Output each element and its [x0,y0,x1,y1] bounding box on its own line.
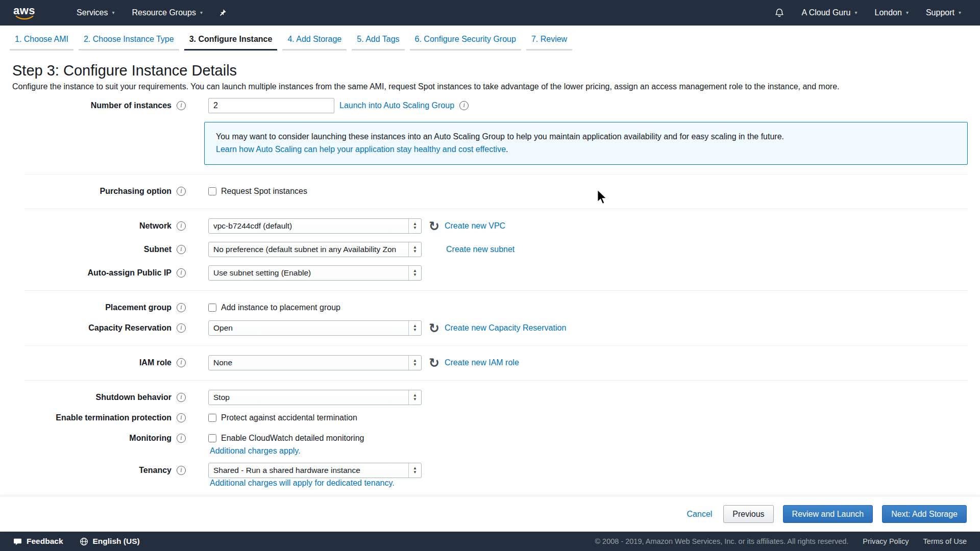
chevron-down-icon: ▾ [200,10,203,15]
section-divider [24,380,968,381]
subnet-label: Subnet [144,245,172,254]
tab-add-tags[interactable]: 5. Add Tags [352,30,404,51]
tenancy-select-value: Shared - Run a shared hardware instance [209,463,408,478]
monitoring-option[interactable]: Enable CloudWatch detailed monitoring [208,434,364,443]
info-icon[interactable]: i [177,268,186,278]
info-icon[interactable]: i [177,187,186,196]
notifications-button[interactable] [766,0,793,26]
refresh-icon[interactable]: ↻ [429,322,439,334]
tab-choose-instance-type[interactable]: 2. Choose Instance Type [79,30,179,51]
public-ip-label: Auto-assign Public IP [88,268,172,278]
resource-groups-label: Resource Groups [132,8,195,17]
info-icon[interactable]: i [177,323,186,333]
info-icon[interactable]: i [177,413,186,422]
feedback-button[interactable]: Feedback [13,537,63,546]
tab-configure-security-group[interactable]: 6. Configure Security Group [410,30,521,51]
section-divider [24,290,968,291]
instances-row: Number of instances i Launch into Auto S… [12,95,968,116]
monitoring-checkbox[interactable] [208,434,216,442]
termination-protection-row: Enable termination protection i Protect … [12,408,968,428]
monitoring-charges-link[interactable]: Additional charges apply. [210,446,301,455]
tab-choose-ami[interactable]: 1. Choose AMI [10,30,74,51]
resource-groups-menu[interactable]: Resource Groups ▾ [123,0,211,26]
info-icon[interactable]: i [177,434,186,443]
chevron-down-icon: ▾ [854,10,857,15]
subnet-select[interactable]: No preference (default subnet in any Ava… [208,242,422,257]
info-icon[interactable]: i [177,466,186,475]
aws-logo[interactable]: aws [13,6,35,20]
pin-shortcut-button[interactable] [211,0,234,26]
instance-count-input[interactable] [208,98,334,113]
placement-group-checkbox[interactable] [208,304,216,312]
region-menu[interactable]: London ▾ [866,0,917,26]
tab-review[interactable]: 7. Review [526,30,572,51]
services-menu[interactable]: Services ▾ [68,0,123,26]
section-divider [24,174,968,174]
refresh-icon[interactable]: ↻ [429,220,439,232]
select-arrows-icon: ▲▼ [408,242,421,257]
account-menu[interactable]: A Cloud Guru ▾ [793,0,866,26]
spot-instances-checkbox[interactable] [208,187,216,195]
next-add-storage-button[interactable]: Next: Add Storage [882,505,967,523]
monitoring-text: Enable CloudWatch detailed monitoring [221,434,364,443]
previous-button[interactable]: Previous [723,505,773,523]
tenancy-charges-link[interactable]: Additional charges will apply for dedica… [210,479,395,487]
shutdown-behavior-select[interactable]: Stop ▲▼ [208,390,422,405]
spot-instances-option[interactable]: Request Spot instances [208,187,307,196]
tenancy-row: Tenancy i Shared - Run a shared hardware… [12,460,968,481]
info-icon[interactable]: i [177,303,186,312]
info-icon[interactable]: i [177,245,186,254]
chevron-down-icon: ▾ [959,10,961,15]
chevron-down-icon: ▾ [112,10,114,15]
aws-smile-icon [15,15,34,20]
tab-configure-instance[interactable]: 3. Configure Instance [184,30,278,51]
info-icon[interactable]: i [459,101,469,110]
network-select[interactable]: vpc-b7244cdf (default) ▲▼ [208,218,422,234]
wizard-tabs: 1. Choose AMI 2. Choose Instance Type 3.… [0,26,980,55]
auto-scaling-learn-link[interactable]: Learn how Auto Scaling can help your app… [216,145,506,154]
aws-logo-text: aws [13,6,35,15]
iam-role-select[interactable]: None ▲▼ [208,355,422,370]
info-icon[interactable]: i [177,358,186,367]
monitoring-charges-row: Additional charges apply. [208,446,968,456]
tab-add-storage[interactable]: 4. Add Storage [282,30,347,51]
services-label: Services [77,8,108,17]
placement-group-option[interactable]: Add instance to placement group [208,303,340,312]
network-label: Network [139,221,172,231]
language-selector[interactable]: English (US) [80,537,140,546]
spot-instances-text: Request Spot instances [221,187,307,196]
select-arrows-icon: ▲▼ [408,321,421,335]
top-navigation: aws Services ▾ Resource Groups ▾ [0,0,980,26]
cancel-link[interactable]: Cancel [687,510,713,519]
refresh-icon[interactable]: ↻ [429,357,439,368]
capacity-reservation-select[interactable]: Open ▲▼ [208,320,422,336]
auto-scaling-note-text: You may want to consider launching these… [216,132,784,141]
public-ip-select-value: Use subnet setting (Enable) [209,266,408,280]
auto-scaling-note-suffix: . [506,145,508,154]
monitoring-row: Monitoring i Enable CloudWatch detailed … [12,428,968,448]
tenancy-select[interactable]: Shared - Run a shared hardware instance … [208,463,422,478]
t2t3-unlimited-row: T2/T3 Unlimited i Enable [12,492,968,496]
create-new-iam-role-link[interactable]: Create new IAM role [445,358,519,367]
launch-auto-scaling-link[interactable]: Launch into Auto Scaling Group [339,101,454,110]
chevron-down-icon: ▾ [906,10,909,15]
capacity-reservation-select-value: Open [209,321,408,335]
public-ip-select[interactable]: Use subnet setting (Enable) ▲▼ [208,265,422,281]
info-icon[interactable]: i [177,101,186,110]
termination-protection-option[interactable]: Protect against accidental termination [208,413,357,422]
create-new-vpc-link[interactable]: Create new VPC [445,221,505,231]
feedback-bubble-icon [13,537,22,546]
select-arrows-icon: ▲▼ [408,463,421,478]
privacy-policy-link[interactable]: Privacy Policy [863,537,909,545]
info-icon[interactable]: i [177,221,186,231]
support-menu[interactable]: Support ▾ [917,0,970,26]
create-new-capacity-reservation-link[interactable]: Create new Capacity Reservation [445,323,566,333]
info-icon[interactable]: i [177,393,186,402]
capacity-reservation-row: Capacity Reservation i Open ▲▼ ↻ Create … [12,318,968,338]
termination-protection-checkbox[interactable] [208,414,216,422]
create-new-subnet-link[interactable]: Create new subnet [446,245,514,254]
shutdown-behavior-select-value: Stop [209,390,408,405]
terms-of-use-link[interactable]: Terms of Use [923,537,967,545]
section-divider [24,209,968,209]
review-and-launch-button[interactable]: Review and Launch [783,505,873,523]
